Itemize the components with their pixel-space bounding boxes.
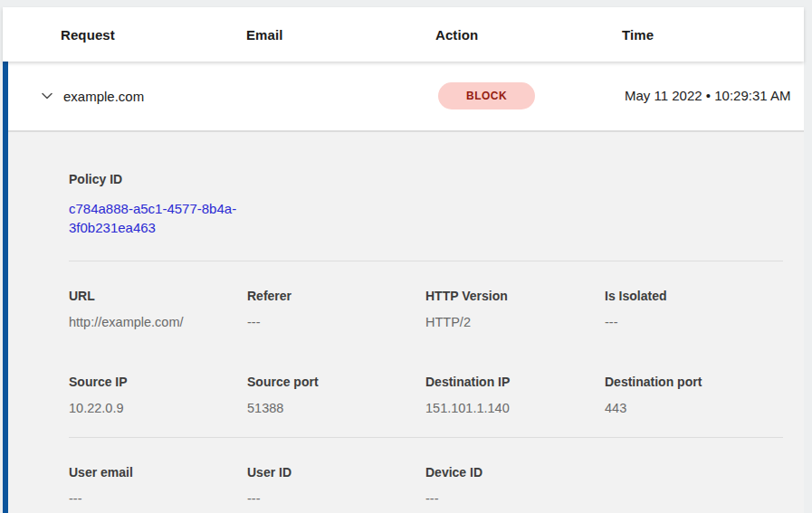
divider — [69, 437, 783, 438]
table-row[interactable]: example.com BLOCK May 11 2022 • 10:29:31… — [8, 62, 804, 132]
field-destination-port: Destination port 443 — [605, 374, 783, 416]
field-source-port: Source port 51388 — [247, 374, 425, 416]
divider — [69, 261, 783, 261]
logs-table-panel: Request Email Action Time example.com BL… — [3, 7, 804, 513]
field-label: Destination port — [605, 374, 783, 390]
field-label: Referer — [247, 288, 425, 304]
column-header-request: Request — [61, 27, 246, 43]
field-http-version: HTTP Version HTTP/2 — [425, 288, 605, 330]
field-user-id: User ID --- — [247, 464, 425, 507]
field-value: --- — [247, 314, 425, 330]
field-device-id: Device ID --- — [425, 464, 605, 507]
field-destination-ip: Destination IP 151.101.1.140 — [425, 374, 605, 416]
column-header-email: Email — [246, 27, 435, 43]
detail-fields-row-network: Source IP 10.22.0.9 Source port 51388 De… — [69, 374, 783, 416]
time-cell: May 11 2022 • 10:29:31 AM — [625, 74, 798, 117]
chevron-down-icon[interactable] — [39, 88, 55, 104]
field-label: Source IP — [69, 374, 247, 390]
field-referer: Referer --- — [247, 288, 425, 330]
status-badge-block: BLOCK — [438, 82, 535, 109]
field-label: Is Isolated — [605, 288, 783, 304]
field-value: 10.22.0.9 — [69, 400, 247, 416]
detail-fields-row-http: URL http://example.com/ Referer --- HTTP… — [69, 288, 783, 330]
table-header-row: Request Email Action Time — [3, 7, 804, 62]
field-url: URL http://example.com/ — [69, 288, 247, 330]
field-label: User email — [69, 464, 247, 480]
field-value: HTTP/2 — [425, 314, 605, 330]
action-cell: BLOCK — [438, 82, 625, 109]
field-value: 151.101.1.140 — [425, 400, 605, 416]
policy-id-label: Policy ID — [69, 171, 783, 187]
field-is-isolated: Is Isolated --- — [605, 288, 783, 330]
field-label: Destination IP — [425, 374, 605, 390]
field-label: User ID — [247, 464, 425, 480]
field-value: --- — [605, 314, 783, 330]
policy-id-field: Policy ID c784a888-a5c1-4577-8b4a-3f0b23… — [69, 171, 783, 237]
column-header-action: Action — [435, 27, 622, 43]
field-value: 51388 — [247, 400, 425, 416]
field-value: --- — [69, 490, 247, 507]
policy-id-link[interactable]: c784a888-a5c1-4577-8b4a-3f0b231ea463 — [69, 199, 254, 237]
field-value: --- — [425, 490, 605, 507]
request-cell: example.com — [63, 89, 249, 104]
field-user-email: User email --- — [69, 464, 247, 507]
field-label: HTTP Version — [425, 288, 605, 304]
expanded-row-group: example.com BLOCK May 11 2022 • 10:29:31… — [3, 62, 804, 513]
field-value: 443 — [605, 400, 783, 416]
field-value: --- — [247, 490, 425, 507]
field-source-ip: Source IP 10.22.0.9 — [69, 374, 247, 416]
row-detail-panel: Policy ID c784a888-a5c1-4577-8b4a-3f0b23… — [8, 132, 804, 513]
column-header-time: Time — [622, 27, 804, 43]
field-label: Source port — [247, 374, 425, 390]
field-value: http://example.com/ — [69, 314, 247, 330]
field-label: Device ID — [425, 464, 605, 480]
detail-fields-row-user: User email --- User ID --- Device ID --- — [69, 464, 783, 507]
field-label: URL — [69, 288, 247, 304]
field-spacer — [605, 464, 783, 507]
